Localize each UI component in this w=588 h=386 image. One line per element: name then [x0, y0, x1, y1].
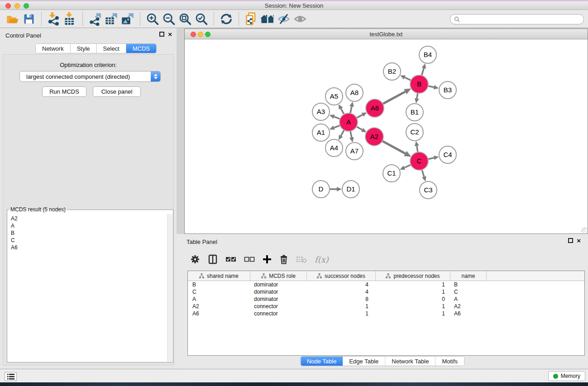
delete-table-icon: [296, 255, 307, 263]
float-table-panel-icon[interactable]: [568, 238, 573, 243]
select-all-button[interactable]: [225, 256, 236, 263]
graph-edge[interactable]: [334, 125, 340, 128]
attribute-icon: [199, 273, 204, 278]
memory-button[interactable]: Memory: [548, 371, 585, 381]
graph-edge[interactable]: [422, 68, 424, 76]
refresh-layout-button[interactable]: [218, 11, 234, 27]
show-all-button[interactable]: [292, 11, 308, 27]
close-panel-button[interactable]: Close panel: [93, 86, 141, 97]
graph-edge[interactable]: [350, 131, 352, 138]
column-header-shared-name[interactable]: shared name: [188, 271, 250, 281]
graph-edge[interactable]: [417, 93, 418, 99]
graph-edge[interactable]: [334, 117, 340, 119]
graph-edge[interactable]: [341, 130, 344, 136]
graph-edge[interactable]: [356, 127, 362, 130]
column-header-filler: [487, 271, 584, 281]
graph-edge[interactable]: [357, 115, 363, 118]
save-session-button[interactable]: [21, 11, 37, 27]
table-cell: 4: [307, 289, 376, 295]
tab-network-table[interactable]: Network Table: [385, 357, 435, 366]
create-column-button[interactable]: [263, 255, 272, 264]
network-from-selection-button[interactable]: [243, 11, 259, 27]
result-list-item[interactable]: B: [11, 229, 167, 237]
zoom-selected-button[interactable]: [193, 11, 210, 27]
zoom-fit-button[interactable]: [177, 11, 193, 27]
graph-edge[interactable]: [404, 165, 411, 167]
result-list-item[interactable]: A6: [11, 244, 167, 251]
table-cell: 1: [376, 289, 450, 295]
export-table-button[interactable]: [103, 11, 120, 27]
home-button[interactable]: [259, 11, 276, 27]
graph-node-label: D: [319, 185, 324, 193]
status-bar: Memory: [0, 369, 588, 382]
graph-edge[interactable]: [428, 158, 434, 159]
tab-style[interactable]: Style: [71, 44, 97, 53]
tab-motifs[interactable]: Motifs: [435, 357, 464, 366]
graph-edge[interactable]: [422, 170, 424, 176]
tab-mcds[interactable]: MCDS: [126, 44, 156, 53]
import-network-button[interactable]: [46, 11, 62, 27]
close-table-panel-icon[interactable]: ×: [577, 238, 581, 243]
delete-table-button[interactable]: [296, 255, 307, 263]
criterion-dropdown[interactable]: largest connected component (directed): [19, 71, 161, 82]
table-settings-button[interactable]: [190, 254, 200, 264]
mcds-result-title: MCDS result (5 nodes): [9, 206, 67, 213]
float-panel-icon[interactable]: [159, 32, 164, 37]
export-image-button[interactable]: [120, 11, 136, 27]
window-resize-grip[interactable]: [581, 227, 587, 233]
import-table-button[interactable]: [62, 11, 78, 27]
column-label: MCDS role: [269, 273, 296, 279]
result-scrollbar[interactable]: [167, 214, 172, 362]
zoom-out-button[interactable]: [161, 11, 177, 27]
deselect-all-button[interactable]: [244, 256, 255, 263]
tab-edge-table[interactable]: Edge Table: [343, 357, 385, 366]
column-header-predecessor-nodes[interactable]: predecessor nodes: [376, 271, 450, 281]
table-row[interactable]: A6connector11A6: [188, 310, 584, 317]
tab-select[interactable]: Select: [97, 44, 126, 53]
graph-edge[interactable]: [382, 141, 406, 154]
delete-columns-button[interactable]: [279, 254, 288, 264]
function-builder-button[interactable]: f(x): [315, 255, 329, 264]
tab-network[interactable]: Network: [36, 44, 71, 53]
table-cell: A2: [188, 303, 250, 310]
result-list-item[interactable]: C: [11, 237, 167, 244]
table-row[interactable]: A2connector11A2: [188, 303, 584, 310]
show-columns-button[interactable]: [208, 254, 218, 264]
column-header-name[interactable]: name: [450, 271, 487, 281]
columns-icon: [208, 254, 218, 264]
graph-node-label: C1: [387, 169, 396, 177]
graph-edge[interactable]: [341, 109, 344, 114]
column-header-successor-nodes[interactable]: successor nodes: [307, 271, 376, 281]
zoom-out-icon: [162, 12, 176, 26]
column-header-mcds-role[interactable]: MCDS role: [250, 271, 307, 281]
zoom-in-button[interactable]: [144, 11, 161, 27]
table-row[interactable]: Bdominator41B: [188, 281, 584, 288]
search-text-field[interactable]: [462, 16, 583, 23]
graph-edge[interactable]: [417, 146, 418, 152]
tab-node-table[interactable]: Node Table: [301, 357, 343, 366]
table-cell: 0: [376, 296, 450, 302]
table-cell: B: [450, 281, 487, 288]
table-row[interactable]: Cdominator41C: [188, 288, 584, 295]
close-panel-icon[interactable]: ×: [168, 32, 172, 37]
run-mcds-button[interactable]: Run MCDS: [42, 86, 86, 97]
hide-selected-button[interactable]: [276, 11, 292, 27]
graph-edge[interactable]: [383, 92, 406, 104]
table-cell: 1: [376, 303, 450, 310]
graph-node-label: B3: [444, 86, 452, 94]
network-canvas[interactable]: AA1A2A3A4A5A6A7A8BB1B2B3B4CC1C2C3C4DD1: [185, 39, 588, 234]
table-row[interactable]: Adominator80A: [188, 295, 584, 303]
graph-edge[interactable]: [350, 106, 352, 113]
graph-node-label: A4: [330, 144, 338, 152]
result-list-item[interactable]: A2: [11, 215, 167, 222]
export-network-button[interactable]: [87, 11, 103, 27]
graph-edge[interactable]: [428, 86, 434, 87]
task-history-button[interactable]: [5, 372, 17, 381]
open-session-button[interactable]: [5, 11, 21, 27]
search-input[interactable]: [450, 14, 584, 24]
result-list-item[interactable]: A: [11, 222, 167, 229]
table-cell: A2: [450, 303, 487, 310]
graph-edge[interactable]: [405, 77, 411, 80]
network-window-titlebar[interactable]: testGlobe.txt: [185, 29, 588, 39]
export-table-icon: [105, 12, 118, 26]
